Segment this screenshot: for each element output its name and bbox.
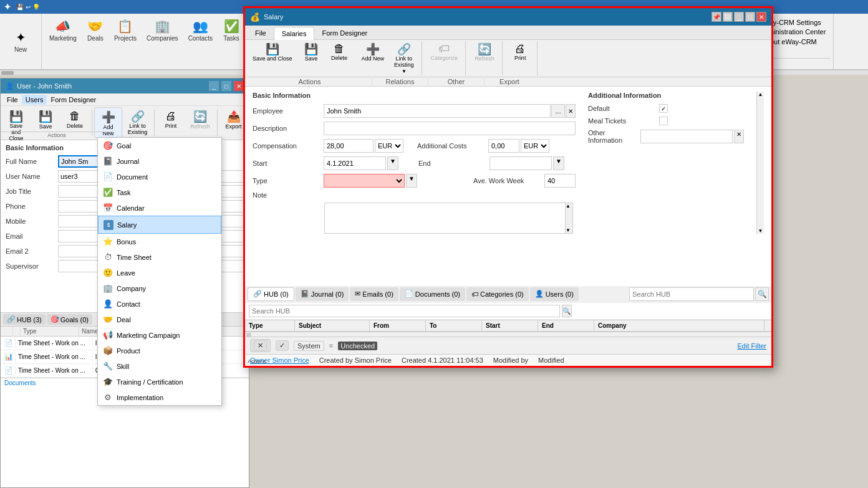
type-select[interactable] bbox=[324, 174, 405, 188]
other-info-input[interactable] bbox=[640, 130, 733, 143]
dropdown-deal[interactable]: 🤝 Deal bbox=[98, 312, 221, 327]
form-scrollbar[interactable]: ▲ ▼ bbox=[756, 92, 764, 234]
hub-tab-left[interactable]: 🔗 HUB (3) bbox=[3, 314, 46, 325]
salary-refresh-btn[interactable]: 🔄 Refresh bbox=[470, 41, 499, 64]
start-calendar-btn[interactable]: ▼ bbox=[387, 156, 398, 170]
menu-users[interactable]: Users bbox=[22, 95, 47, 105]
meal-tickets-checkbox[interactable] bbox=[659, 117, 668, 125]
dropdown-product[interactable]: 📦 Product bbox=[98, 343, 221, 358]
salary-categories-tab[interactable]: 🏷 Categories (0) bbox=[466, 287, 529, 301]
end-calendar-btn[interactable]: ▼ bbox=[553, 156, 564, 170]
end-label: End bbox=[418, 160, 487, 167]
type-dropdown-btn[interactable]: ▼ bbox=[406, 174, 417, 188]
dropdown-calendar[interactable]: 📅 Calendar bbox=[98, 200, 221, 216]
dropdown-skill[interactable]: 🔧 Skill bbox=[98, 358, 221, 374]
hscroll-thumb[interactable] bbox=[246, 333, 251, 337]
filter-check-btn[interactable]: ✓ bbox=[276, 340, 289, 351]
salary-documents-tab[interactable]: 📄 Documents (0) bbox=[400, 287, 465, 301]
hub-search-btn[interactable]: 🔍 bbox=[755, 287, 769, 301]
user-window-minimize[interactable]: _ bbox=[209, 81, 219, 91]
companies-button[interactable]: 🏢 Companies bbox=[143, 16, 182, 44]
col-to: To bbox=[426, 320, 482, 331]
filter-clear-btn[interactable]: ✕ bbox=[250, 339, 271, 352]
salary-hub-tab[interactable]: 🔗 HUB (0) bbox=[248, 287, 294, 301]
salary-file-tab[interactable]: File bbox=[248, 27, 274, 39]
relations-section-label: Relations bbox=[372, 78, 428, 85]
dropdown-journal[interactable]: 📓 Journal bbox=[98, 153, 221, 169]
salary-maximize-button[interactable]: □ bbox=[745, 12, 755, 22]
tasks-button[interactable]: ✅ Tasks bbox=[219, 16, 244, 44]
salary-form-designer-tab[interactable]: Form Designer bbox=[314, 27, 375, 39]
salary-print-btn[interactable]: 🖨 Print bbox=[506, 41, 534, 63]
additional-costs-group: EUR bbox=[488, 139, 576, 153]
user-window-maximize[interactable]: □ bbox=[221, 81, 231, 91]
additional-costs-input[interactable] bbox=[488, 139, 519, 153]
contacts-button[interactable]: 👥 Contacts bbox=[185, 16, 216, 44]
salary-add-new-btn[interactable]: ➕ Add New bbox=[357, 41, 390, 64]
salary-categorize-btn[interactable]: 🏷 Categorize bbox=[426, 41, 463, 63]
dropdown-company[interactable]: 🏢 Company bbox=[98, 280, 221, 296]
dropdown-document[interactable]: 📄 Document bbox=[98, 169, 221, 184]
salary-salaries-tab[interactable]: Salaries bbox=[274, 27, 315, 40]
salary-minimize-button[interactable]: _ bbox=[734, 12, 744, 22]
projects-button[interactable]: 📋 Projects bbox=[110, 16, 140, 44]
salary-save-btn[interactable]: 💾 Save bbox=[297, 41, 326, 64]
hub-search-main-btn[interactable]: 🔍 bbox=[562, 305, 572, 317]
salary-journal-tab[interactable]: 📓 Journal (0) bbox=[296, 287, 349, 301]
hub-search-main-input[interactable] bbox=[249, 305, 560, 317]
actions-label-left: Actions bbox=[1, 132, 113, 138]
salary-emails-tab[interactable]: ✉ Emails (0) bbox=[350, 287, 398, 301]
type-group: ▼ bbox=[324, 174, 465, 188]
additional-costs-currency[interactable]: EUR bbox=[521, 139, 549, 153]
note-scroll-up[interactable]: ▲ bbox=[566, 203, 572, 209]
employee-clear-btn[interactable]: ✕ bbox=[566, 104, 576, 118]
new-button[interactable]: ✦ New bbox=[5, 27, 36, 55]
dropdown-training[interactable]: 🎓 Training / Certification bbox=[98, 374, 221, 390]
scroll-down-btn[interactable]: ▼ bbox=[757, 228, 764, 234]
hub-search-input[interactable] bbox=[629, 287, 754, 301]
employee-browse-btn[interactable]: … bbox=[551, 104, 565, 118]
marketing-button[interactable]: 📣 Marketing bbox=[46, 16, 80, 44]
salary-link-existing-btn[interactable]: 🔗 Link to Existing ▼ bbox=[389, 41, 419, 75]
salary-filter-bar: ✕ ✓ System = Unchecked Edit Filter bbox=[245, 337, 771, 354]
dropdown-timesheet[interactable]: ⏱ Time Sheet bbox=[98, 249, 221, 265]
salary-table-header: Type Subject From To Start End Company bbox=[245, 320, 771, 332]
dropdown-contact[interactable]: 👤 Contact bbox=[98, 296, 221, 312]
dropdown-bonus[interactable]: ⭐ Bonus bbox=[98, 234, 221, 249]
description-input[interactable] bbox=[324, 122, 576, 135]
edit-filter-btn[interactable]: Edit Filter bbox=[738, 342, 766, 350]
deals-button[interactable]: 🤝 Deals bbox=[83, 16, 108, 44]
start-input[interactable] bbox=[324, 156, 386, 170]
ave-work-week-input[interactable] bbox=[544, 174, 576, 188]
col-from: From bbox=[370, 320, 426, 331]
dropdown-leave[interactable]: 🙂 Leave bbox=[98, 265, 221, 280]
compensation-input[interactable] bbox=[324, 139, 374, 153]
menu-file[interactable]: File bbox=[3, 95, 22, 105]
dropdown-salary[interactable]: $ Salary bbox=[98, 216, 221, 234]
salary-users-tab[interactable]: 👤 Users (0) bbox=[530, 287, 579, 301]
menu-form-designer[interactable]: Form Designer bbox=[47, 95, 100, 105]
table-hscroll[interactable] bbox=[245, 332, 771, 337]
other-info-row: Other Information ✕ bbox=[588, 129, 744, 144]
dropdown-marketing[interactable]: 📢 Marketing Campaign bbox=[98, 327, 221, 343]
dropdown-implementation[interactable]: ⚙ Implementation bbox=[98, 390, 221, 405]
other-info-clear-btn[interactable]: ✕ bbox=[734, 130, 744, 143]
employee-input[interactable] bbox=[324, 104, 551, 118]
dropdown-goal[interactable]: 🎯 Goal bbox=[98, 138, 221, 153]
salary-restore-button[interactable]: ⬜ bbox=[723, 12, 733, 22]
goals-tab-left[interactable]: 🎯 Goals (0) bbox=[47, 314, 92, 325]
salary-save-close-btn[interactable]: 💾 Save and Close bbox=[248, 41, 297, 64]
dropdown-task[interactable]: ✅ Task bbox=[98, 184, 221, 200]
created-date-text: Created 4.1.2021 11:04:53 bbox=[402, 356, 483, 364]
salary-close-button[interactable]: ✕ bbox=[756, 12, 766, 22]
end-input[interactable] bbox=[489, 156, 552, 170]
default-checkbox[interactable]: ✓ bbox=[659, 104, 668, 113]
scroll-up-btn[interactable]: ▲ bbox=[757, 92, 764, 97]
salary-title-icon: 💰 bbox=[250, 12, 260, 22]
salary-pin-button[interactable]: 📌 bbox=[711, 12, 721, 22]
user-window-close[interactable]: ✕ bbox=[234, 81, 244, 91]
salary-delete-btn[interactable]: 🗑 Delete bbox=[326, 41, 354, 63]
compensation-currency[interactable]: EUR USD bbox=[375, 139, 403, 153]
note-textarea[interactable] bbox=[325, 203, 572, 233]
note-scroll-down[interactable]: ▼ bbox=[566, 227, 572, 233]
